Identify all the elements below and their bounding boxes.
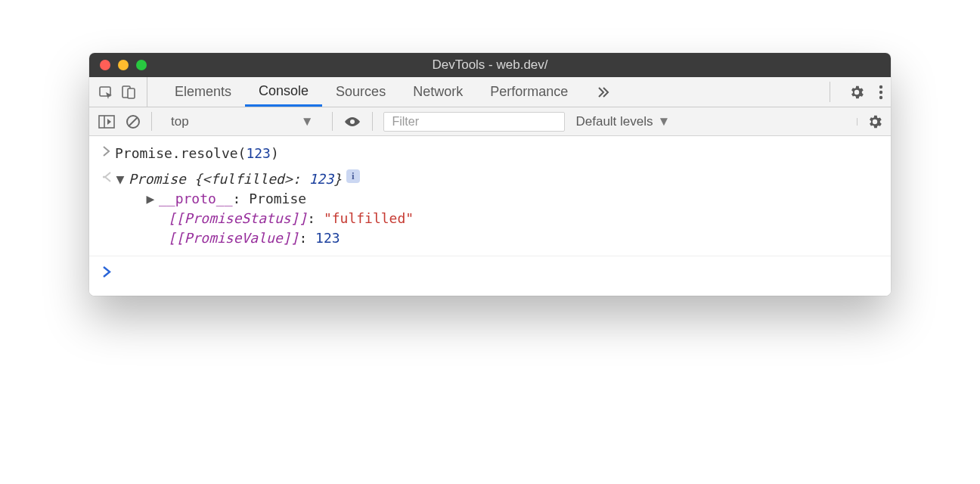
- quote: ": [324, 210, 332, 226]
- toggle-device-icon[interactable]: [121, 85, 136, 100]
- sep: :: [293, 171, 309, 187]
- tab-console[interactable]: Console: [245, 77, 322, 107]
- sep: :: [299, 230, 315, 246]
- devtools-window: DevTools - web.dev/ Elements Console Sou…: [89, 53, 891, 296]
- angle: <: [203, 171, 211, 187]
- property-key: [[PromiseStatus]]: [168, 210, 307, 226]
- svg-line-9: [129, 117, 138, 126]
- console-toolbar: top ▼ Default levels ▼: [89, 107, 891, 136]
- toolbar-left-icons: [98, 77, 147, 107]
- console-output-object: ▼ Promise {<fulfilled>: 123} i ▶__proto_…: [115, 169, 882, 248]
- traffic-lights: [100, 53, 147, 77]
- object-property-proto[interactable]: ▶__proto__: Promise: [115, 189, 882, 209]
- console-input-row[interactable]: Promise.resolve(123): [89, 141, 891, 166]
- sidebar-icon: [98, 115, 115, 129]
- divider: [332, 112, 333, 131]
- quote: ": [405, 210, 414, 226]
- divider: [830, 82, 830, 102]
- svg-point-3: [879, 85, 882, 88]
- brace: {: [194, 171, 203, 187]
- tab-network[interactable]: Network: [399, 77, 476, 107]
- angle: >: [284, 171, 293, 187]
- levels-label: Default levels: [575, 114, 653, 129]
- divider: [151, 112, 152, 131]
- property-key: [[PromiseValue]]: [168, 230, 299, 246]
- kebab-icon: [879, 84, 883, 101]
- context-label: top: [171, 114, 189, 129]
- clear-console-button[interactable]: [126, 114, 141, 129]
- chevron-down-icon: ▼: [658, 114, 671, 129]
- tabs-list: Elements Console Sources Network Perform…: [161, 77, 625, 107]
- promise-state: fulfilled: [210, 171, 284, 187]
- clear-icon: [126, 114, 141, 129]
- output-arrow-icon: [98, 169, 115, 182]
- console-prompt[interactable]: [89, 256, 891, 293]
- object-summary[interactable]: ▼ Promise {<fulfilled>: 123} i: [115, 169, 882, 189]
- promise-value: 123: [309, 171, 333, 187]
- prompt-arrow-icon: [98, 264, 115, 278]
- property-key: __proto__: [159, 191, 233, 206]
- sep: :: [307, 210, 324, 226]
- expand-arrow-icon[interactable]: ▼: [115, 169, 126, 189]
- more-menu-button[interactable]: [879, 84, 883, 101]
- string-value: fulfilled: [332, 210, 406, 226]
- window-title: DevTools - web.dev/: [432, 57, 547, 73]
- svg-point-5: [879, 95, 882, 98]
- code-text: ): [271, 145, 279, 161]
- svg-point-4: [879, 90, 882, 93]
- subbar-right: [857, 113, 883, 130]
- object-property-value[interactable]: [[PromiseValue]]: 123: [115, 228, 882, 248]
- close-window-button[interactable]: [100, 60, 110, 70]
- filter-input[interactable]: [383, 112, 565, 132]
- tab-elements[interactable]: Elements: [161, 77, 245, 107]
- divider: [372, 112, 373, 131]
- brace: }: [333, 171, 342, 187]
- info-badge-icon[interactable]: i: [346, 169, 360, 183]
- chevrons-right-icon: [595, 84, 612, 101]
- svg-point-10: [350, 119, 355, 124]
- gear-icon: [848, 84, 865, 101]
- live-expression-button[interactable]: [343, 116, 361, 128]
- inspect-element-icon[interactable]: [98, 85, 113, 100]
- console-body: Promise.resolve(123) ▼ Promise {<fulfill…: [89, 136, 891, 296]
- console-output-row[interactable]: ▼ Promise {<fulfilled>: 123} i ▶__proto_…: [89, 166, 891, 256]
- code-number: 123: [246, 145, 271, 161]
- tabs-right: [825, 77, 883, 107]
- code-text: Promise.resolve(: [115, 145, 246, 161]
- type-name: Promise: [129, 171, 194, 187]
- svg-point-11: [103, 175, 105, 178]
- input-arrow-icon: [98, 144, 115, 157]
- svg-rect-2: [128, 88, 135, 98]
- fullscreen-window-button[interactable]: [136, 60, 147, 70]
- eye-icon: [343, 116, 361, 128]
- divider: [857, 118, 858, 126]
- settings-button[interactable]: [848, 84, 865, 101]
- tab-performance[interactable]: Performance: [476, 77, 581, 107]
- tab-sources[interactable]: Sources: [322, 77, 399, 107]
- log-levels-select[interactable]: Default levels ▼: [575, 114, 670, 129]
- titlebar: DevTools - web.dev/: [89, 53, 891, 77]
- console-input-code: Promise.resolve(123): [115, 144, 279, 163]
- tabs-row: Elements Console Sources Network Perform…: [89, 77, 891, 107]
- sep: :: [233, 191, 250, 206]
- console-settings-button[interactable]: [867, 113, 883, 130]
- execution-context-select[interactable]: top ▼: [163, 111, 321, 132]
- toggle-sidebar-button[interactable]: [98, 115, 115, 129]
- tabs-overflow-button[interactable]: [581, 77, 625, 107]
- number-value: 123: [315, 230, 340, 246]
- object-property-status[interactable]: [[PromiseStatus]]: "fulfilled": [115, 209, 882, 228]
- expand-arrow-icon[interactable]: ▶: [145, 189, 156, 209]
- property-value: Promise: [249, 191, 306, 206]
- minimize-window-button[interactable]: [118, 60, 129, 70]
- svg-rect-6: [99, 116, 114, 128]
- gear-icon: [867, 113, 883, 130]
- chevron-down-icon: ▼: [301, 114, 314, 129]
